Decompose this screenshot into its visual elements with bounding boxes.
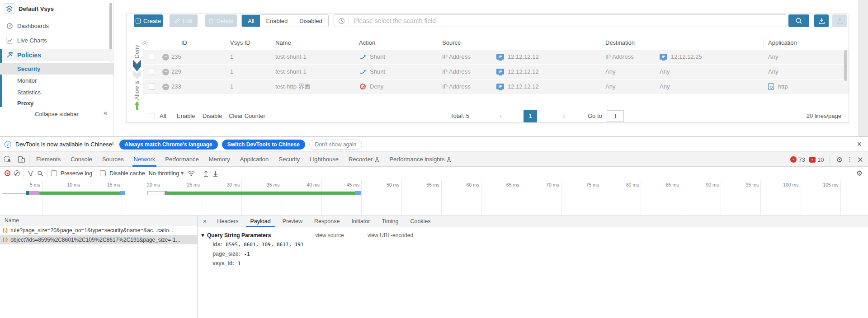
sidebar-item-monitor[interactable]: Monitor	[0, 75, 114, 86]
search-button[interactable]	[788, 14, 809, 27]
inspect-element-icon[interactable]	[2, 154, 14, 165]
details-tab-headers[interactable]: Headers	[211, 215, 244, 227]
row-checkbox[interactable]	[149, 69, 155, 75]
tab-lighthouse[interactable]: Lighthouse	[305, 152, 344, 167]
clock-icon[interactable]	[338, 18, 345, 24]
record-icon[interactable]	[5, 170, 10, 176]
tab-security[interactable]: Security	[274, 152, 305, 167]
search-input[interactable]	[354, 17, 786, 24]
tab-network[interactable]: Network	[129, 152, 160, 167]
settings-gear-icon[interactable]: ⚙	[836, 155, 842, 164]
enable-button[interactable]: Enable	[177, 110, 195, 122]
network-settings-gear-icon[interactable]: ⚙	[856, 169, 863, 178]
import-button[interactable]	[814, 14, 829, 27]
import-har-icon[interactable]	[203, 170, 209, 177]
minus-circle-icon[interactable]: −	[162, 84, 169, 90]
sidebar-item-policies[interactable]: Policies	[0, 49, 114, 61]
filter-disabled[interactable]: Disabled	[293, 15, 328, 27]
details-tab-cookies[interactable]: Cookies	[404, 215, 436, 227]
close-details-icon[interactable]: ×	[198, 218, 211, 225]
tab-elements[interactable]: Elements	[31, 152, 66, 167]
collapse-sidebar[interactable]: Collapse sidebar «	[0, 107, 113, 136]
request-list-header[interactable]: Name	[0, 215, 197, 225]
error-badge[interactable]: × 73	[790, 156, 805, 163]
header-source[interactable]: Source	[442, 37, 461, 49]
network-conditions-icon[interactable]	[187, 170, 195, 177]
table-scrollbar-thumb[interactable]	[844, 50, 847, 81]
tab-console[interactable]: Console	[66, 152, 97, 167]
filter-enabled[interactable]: Enabled	[260, 15, 293, 27]
tab-sources[interactable]: Sources	[97, 152, 129, 167]
sidebar-item-dashboards[interactable]: Dashboards	[0, 20, 114, 32]
table-row[interactable]: − 233 1 test-http-界面 Deny IP Address IP …	[143, 80, 849, 94]
sidebar-item-live-charts[interactable]: Live Charts	[0, 34, 114, 46]
request-row[interactable]: {:} rule?page_size=20&page_no=1&type=sec…	[0, 225, 197, 235]
devtools-close-icon[interactable]: ×	[857, 155, 863, 164]
clear-counter-button[interactable]: Clear Counter	[229, 110, 265, 122]
edit-button[interactable]: Edit	[170, 14, 198, 27]
details-tab-initiator[interactable]: Initiator	[345, 215, 376, 227]
view-url-encoded-link[interactable]: view URL-encoded	[368, 232, 413, 238]
switch-chinese-button[interactable]: Switch DevTools to Chinese	[222, 140, 305, 150]
header-application[interactable]: Application	[768, 37, 797, 49]
notice-close-icon[interactable]: ×	[857, 140, 862, 149]
throttling-select[interactable]: No throttling ▼	[149, 170, 184, 177]
details-tab-preview[interactable]: Preview	[277, 215, 308, 227]
row-checkbox[interactable]	[149, 54, 155, 60]
dont-show-again-button[interactable]: Don't show again	[309, 140, 363, 150]
query-string-section[interactable]: ▼ Query String Parameters view source vi…	[201, 232, 868, 238]
details-tab-response[interactable]: Response	[308, 215, 345, 227]
export-har-icon[interactable]	[212, 170, 218, 177]
table-row[interactable]: − 229 1 test-shunt-1 Shunt IP Address IP…	[143, 65, 849, 79]
tab-application[interactable]: Application	[235, 152, 274, 167]
waterfall-segment-content	[167, 192, 355, 195]
minus-circle-icon[interactable]: −	[162, 54, 169, 61]
export-button[interactable]	[832, 14, 847, 27]
view-source-link[interactable]: view source	[315, 232, 344, 238]
header-id[interactable]: ID	[181, 37, 187, 49]
next-page-button[interactable]: ›	[563, 110, 565, 122]
disable-cache-checkbox[interactable]	[100, 170, 106, 176]
sidebar-item-default-vsys[interactable]: Default Vsys	[0, 2, 114, 15]
allow-vertical-label: Allow	[134, 86, 140, 100]
tab-recorder[interactable]: Recorder	[344, 152, 384, 167]
request-row-selected[interactable]: {:} object?ids=8595%2C8601%2C109%2C8617%…	[0, 235, 197, 244]
network-overview-ruler[interactable]: 5 ms10 ms15 ms20 ms25 ms30 ms35 ms40 ms4…	[0, 180, 868, 215]
header-vsys-id[interactable]: Vsys ID	[230, 37, 250, 49]
row-checkbox[interactable]	[149, 84, 155, 90]
more-menu-icon[interactable]: ⋮	[847, 156, 853, 163]
details-tab-payload[interactable]: Payload	[244, 215, 276, 227]
tab-performance-insights[interactable]: Performance insights	[384, 152, 456, 167]
page-1-button[interactable]: 1	[524, 110, 537, 122]
clear-icon[interactable]	[14, 170, 20, 176]
sidebar-item-security[interactable]: Security	[0, 63, 114, 75]
create-button[interactable]: + Create	[134, 14, 163, 27]
delete-button[interactable]: Delete	[205, 14, 237, 27]
disable-button[interactable]: Disable	[203, 110, 222, 122]
firewall-app: Default Vsys Dashboards Live Charts Poli…	[0, 0, 868, 136]
window-scrollbar-track[interactable]	[858, 0, 868, 136]
select-all-label[interactable]: All	[160, 110, 166, 122]
header-destination[interactable]: Destination	[605, 37, 635, 49]
prev-page-button[interactable]: ‹	[500, 110, 502, 122]
tab-memory[interactable]: Memory	[204, 152, 235, 167]
preserve-log-checkbox[interactable]	[51, 170, 57, 176]
details-tab-timing[interactable]: Timing	[376, 215, 404, 227]
param-row: ids:8595, 8601, 109, 8617, 191	[212, 241, 868, 248]
header-action[interactable]: Action	[359, 37, 375, 49]
table-row[interactable]: − 235 1 test-shunt-1 Shunt IP Address IP…	[143, 50, 849, 64]
match-language-button[interactable]: Always match Chrome's language	[119, 140, 218, 150]
issues-badge[interactable]: × 10	[809, 156, 824, 163]
sidebar-item-statistics[interactable]: Statistics	[0, 87, 114, 98]
disclosure-triangle-icon[interactable]: ▼	[201, 233, 204, 238]
filter-funnel-icon[interactable]	[28, 171, 33, 176]
minus-circle-icon[interactable]: −	[162, 69, 169, 75]
filter-all[interactable]: All	[242, 15, 260, 27]
header-name[interactable]: Name	[275, 37, 291, 49]
tab-performance[interactable]: Performance	[160, 152, 203, 167]
select-all-checkbox[interactable]	[149, 113, 155, 119]
search-network-icon[interactable]	[37, 170, 43, 177]
allow-deny-vertical-tab[interactable]: Deny & Allow	[131, 45, 143, 131]
goto-page-input[interactable]	[607, 110, 624, 122]
device-toolbar-icon[interactable]	[15, 154, 27, 165]
